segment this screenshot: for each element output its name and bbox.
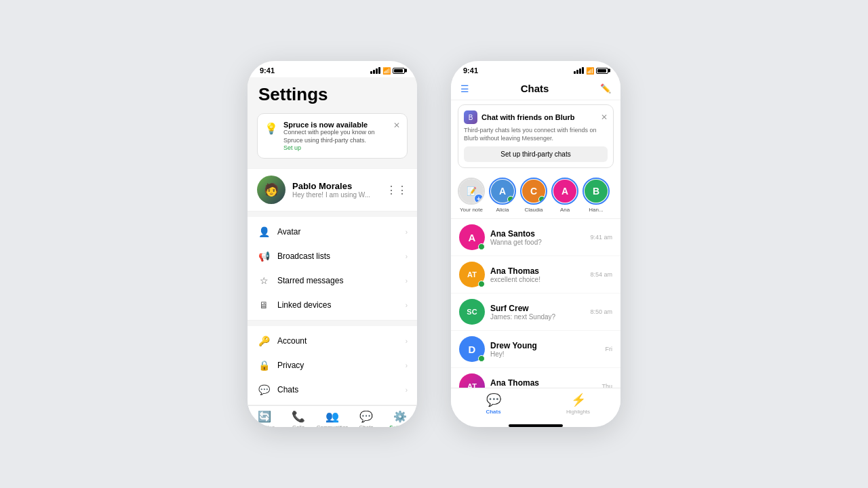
account-section: 🔑 Account › 🔒 Privacy › 💬 Chats › <box>248 326 417 405</box>
drew-young-online <box>478 355 485 362</box>
story-alicia[interactable]: A Alicia <box>489 178 516 213</box>
profile-name: Pablo Morales <box>292 181 379 191</box>
chat-surf-crew[interactable]: SC Surf Crew James: next Sunday? 8:50 am <box>451 293 620 331</box>
alicia-online-dot <box>507 196 514 203</box>
updates-icon: 🔄 <box>258 410 271 423</box>
third-party-banner: B Chat with friends on Blurb ✕ Third-par… <box>458 104 614 168</box>
ana-santos-info: Ana Santos Wanna get food? <box>490 229 585 246</box>
ana-thomas-1-online <box>478 281 485 287</box>
linked-devices-item[interactable]: 🖥 Linked devices › <box>248 293 417 317</box>
spruce-banner: 💡 Spruce is now available Connect with p… <box>257 113 408 159</box>
privacy-icon: 🔒 <box>257 360 271 371</box>
chats-tab-label: Chats <box>486 409 500 415</box>
linked-label: Linked devices <box>277 300 399 310</box>
banner-close-icon[interactable]: ✕ <box>393 121 400 130</box>
blurb-logo: B <box>464 110 477 124</box>
your-note-label: Your note <box>460 207 483 213</box>
chats-phone: 9:41 📶 ☰ Chats ✏️ <box>451 61 620 427</box>
chats-nav-chats[interactable]: 💬 Chats <box>451 392 536 415</box>
ana-santos-avatar: A <box>459 224 485 250</box>
chats-time: 9:41 <box>463 66 478 75</box>
nav-communities[interactable]: 👥 Communities <box>315 410 349 427</box>
nav-updates[interactable]: 🔄 Updates <box>248 410 281 427</box>
chats-nav-highlights[interactable]: ⚡ Highlights <box>536 392 620 415</box>
account-item[interactable]: 🔑 Account › <box>248 329 417 353</box>
profile-status: Hey there! I am using W... <box>292 191 379 199</box>
ana-thomas-1-info: Ana Thomas excellent choice! <box>490 266 585 283</box>
banner-setup-link[interactable]: Set up <box>283 144 388 151</box>
drew-young-info: Drew Young Hey! <box>490 341 600 358</box>
chat-ana-thomas-2[interactable]: AT Ana Thomas Perfect! Thu <box>451 368 620 388</box>
surf-crew-name: Surf Crew <box>490 304 585 313</box>
claudia-label: Claudia <box>524 207 542 213</box>
setup-third-party-button[interactable]: Set up third-party chats <box>464 146 608 162</box>
story-add-icon: + <box>474 194 484 203</box>
avatar-arrow-icon: › <box>406 228 408 236</box>
broadcast-item[interactable]: 📢 Broadcast lists › <box>248 244 417 268</box>
chat-ana-thomas-1[interactable]: AT Ana Thomas excellent choice! 8:54 am <box>451 256 620 293</box>
highlights-icon: ⚡ <box>571 392 586 407</box>
broadcast-icon: 📢 <box>257 251 271 262</box>
avatar-item[interactable]: 👤 Avatar › <box>248 220 417 244</box>
page-background: 9:41 📶 Settings <box>0 0 868 488</box>
chats-status-bar: 9:41 📶 <box>451 61 620 77</box>
communities-label: Communities <box>317 424 349 427</box>
settings-bottom-nav: 🔄 Updates 📞 Calls 👥 Communities 💬 Chats <box>248 405 417 427</box>
highlights-label: Highlights <box>566 409 590 415</box>
settings-content: Settings 💡 Spruce is now available Conne… <box>248 77 417 427</box>
chats-tab-icon: 💬 <box>486 392 501 407</box>
claudia-online-dot <box>538 196 545 203</box>
profile-info: Pablo Morales Hey there! I am using W... <box>292 181 379 199</box>
ana-thomas-1-preview: excellent choice! <box>490 276 585 283</box>
story-b[interactable]: B Han... <box>583 178 610 213</box>
ana-thomas-1-time: 8:54 am <box>590 271 612 278</box>
settings-status-bar: 9:41 📶 <box>248 61 417 77</box>
drew-young-time: Fri <box>606 346 613 352</box>
ana-thomas-2-info: Ana Thomas Perfect! <box>490 378 596 388</box>
qr-icon[interactable]: ⋮⋮ <box>386 184 408 197</box>
avatar-icon: 👤 <box>257 226 271 237</box>
surf-crew-time: 8:50 am <box>590 308 612 315</box>
story-your-note[interactable]: 📝 + Your note <box>458 178 485 213</box>
tpb-description: Third-party chats lets you connect with … <box>464 127 608 142</box>
drew-young-avatar: D <box>459 336 485 362</box>
compose-icon[interactable]: ✏️ <box>600 83 611 94</box>
profile-avatar: 🧑 <box>257 176 285 204</box>
chats-bottom-nav: 💬 Chats ⚡ Highlights <box>451 388 620 422</box>
story-ana[interactable]: A Ana <box>551 178 578 213</box>
chat-ana-santos[interactable]: A Ana Santos Wanna get food? 9:41 am <box>451 219 620 256</box>
ana-story-label: Ana <box>560 207 570 213</box>
privacy-item[interactable]: 🔒 Privacy › <box>248 353 417 378</box>
nav-chats[interactable]: 💬 Chats <box>349 410 383 427</box>
chats-setting-arrow-icon: › <box>406 386 408 394</box>
nav-settings[interactable]: ⚙️ Settings <box>383 410 417 427</box>
ana-santos-online <box>478 243 485 250</box>
chats-wifi-icon: 📶 <box>586 67 594 75</box>
chat-list: A Ana Santos Wanna get food? 9:41 am AT <box>451 219 620 388</box>
chats-nav-icon: 💬 <box>359 410 373 423</box>
settings-time: 9:41 <box>260 66 275 75</box>
profile-row[interactable]: 🧑 Pablo Morales Hey there! I am using W.… <box>248 168 417 211</box>
b-avatar: B <box>583 178 610 205</box>
ana-thomas-2-time: Thu <box>601 383 612 388</box>
signal-icon <box>370 67 380 74</box>
nav-calls[interactable]: 📞 Calls <box>281 410 315 427</box>
chat-drew-young[interactable]: D Drew Young Hey! Fri <box>451 331 620 368</box>
tpb-close-icon[interactable]: ✕ <box>601 113 608 122</box>
stories-row: 📝 + Your note A Alicia <box>451 172 620 219</box>
chats-setting-item[interactable]: 💬 Chats › <box>248 378 417 402</box>
account-arrow-icon: › <box>406 338 408 345</box>
banner-content: Spruce is now available Connect with peo… <box>283 121 388 151</box>
phones-container: 9:41 📶 Settings <box>248 61 620 427</box>
starred-item[interactable]: ☆ Starred messages › <box>248 268 417 293</box>
claudia-avatar: C <box>520 178 547 205</box>
surf-crew-avatar: SC <box>459 299 485 325</box>
story-claudia[interactable]: C Claudia <box>520 178 547 213</box>
privacy-arrow-icon: › <box>406 362 408 369</box>
ana-santos-preview: Wanna get food? <box>490 239 585 246</box>
menu-icon[interactable]: ☰ <box>460 83 469 94</box>
starred-label: Starred messages <box>277 276 399 285</box>
ana-thomas-1-avatar: AT <box>459 262 485 287</box>
surf-crew-info: Surf Crew James: next Sunday? <box>490 304 585 321</box>
devices-icon: 🖥 <box>257 300 271 310</box>
